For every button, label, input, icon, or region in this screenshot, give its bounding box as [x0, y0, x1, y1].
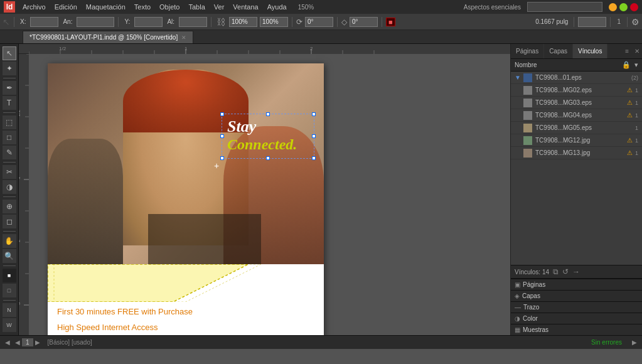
gradient-tool[interactable]: ◑: [3, 180, 16, 194]
menu-tabla[interactable]: Tabla: [185, 2, 208, 12]
links-chain-icon[interactable]: ↺: [562, 267, 569, 276]
links-column-header: Nombre 🔒 ▾: [511, 59, 642, 72]
page-next-button[interactable]: ▶: [35, 339, 40, 346]
maximize-button[interactable]: [619, 3, 628, 11]
links-filter-icon[interactable]: ▾: [634, 61, 638, 69]
preview-mode[interactable]: W: [3, 318, 16, 332]
links-arrow-icon[interactable]: →: [572, 267, 580, 276]
menu-archivo[interactable]: Archivo: [19, 2, 50, 12]
tab-vinculos[interactable]: Vínculos: [573, 44, 607, 58]
page-prev-button[interactable]: ◀: [15, 339, 20, 346]
height-input[interactable]: 0.57 pulg: [179, 17, 207, 27]
hand-tool[interactable]: ✋: [3, 234, 16, 248]
panel-expand-icon[interactable]: ✕: [632, 44, 642, 58]
tab-bar: *TC9990801-LAYOUT-PI1.indd @ 150% [Conve…: [0, 30, 642, 44]
links-footer: Vínculos: 14 ⧉ ↺ →: [511, 265, 642, 278]
rpanel-trazo-header[interactable]: — Trazo: [511, 302, 642, 313]
menu-texto[interactable]: Texto: [131, 2, 154, 12]
pencil-tool[interactable]: ✎: [3, 146, 16, 159]
chain-icon: ⛓: [217, 17, 225, 27]
link-row-6[interactable]: TC9908...MG13.jpg ⚠ 1: [511, 147, 642, 159]
connected-text: Connected.: [227, 136, 309, 153]
status-icon-right: ▶: [632, 339, 637, 346]
muestras-label: Muestras: [523, 326, 548, 333]
measure-tool[interactable]: ◻: [3, 215, 16, 228]
minimize-button[interactable]: [609, 3, 617, 11]
workspace-label[interactable]: Aspectos esenciales: [464, 4, 526, 11]
scale-x-input[interactable]: [229, 17, 257, 27]
link-num-2: 1: [635, 100, 638, 106]
panel-tabs-row: Páginas Capas Vínculos ≡ ✕: [511, 44, 642, 59]
menu-edicion[interactable]: Edición: [51, 2, 81, 12]
link-name-0: TC9908...01.eps: [535, 74, 629, 81]
y-input[interactable]: 0.66 pulg: [134, 17, 163, 27]
panel-menu-icon[interactable]: ≡: [622, 44, 632, 58]
link-num-4: 1: [635, 125, 638, 131]
select-tool[interactable]: ↖: [3, 46, 16, 60]
shear-icon: ◇: [341, 18, 347, 26]
scissors-tool[interactable]: ✂: [3, 165, 16, 179]
eyedropper-tool[interactable]: ⊕: [3, 200, 16, 213]
rectangle-tool[interactable]: □: [3, 131, 16, 144]
page-navigation: ◀ 1 ▶: [15, 338, 40, 346]
stroke-input[interactable]: 1: [578, 17, 606, 27]
rotate-icon: ⟳: [296, 18, 302, 26]
menu-ver[interactable]: Ver: [210, 2, 228, 12]
page-number-input[interactable]: 1: [22, 338, 33, 346]
pen-tool[interactable]: ✒: [3, 81, 16, 95]
color-icon: ◑: [515, 315, 520, 322]
link-row-5[interactable]: TC9908...MG12.jpg ⚠ 1: [511, 134, 642, 147]
rpanel-capas-header[interactable]: ◈ Capas: [511, 291, 642, 302]
tab-paginas[interactable]: Páginas: [511, 44, 544, 58]
direct-select-tool[interactable]: ✦: [3, 62, 16, 75]
tab-capas[interactable]: Capas: [544, 44, 573, 58]
right-panel-area: Páginas Capas Vínculos ≡ ✕ Nombre 🔒 ▾ ▼ …: [510, 44, 642, 335]
menu-ayuda[interactable]: Ayuda: [264, 2, 291, 12]
zoom-tool[interactable]: 🔍: [3, 249, 16, 263]
rpanel-muestras-header[interactable]: ▦ Muestras: [511, 324, 642, 335]
width-input[interactable]: 1.114 pulg: [77, 17, 114, 27]
stroke-color[interactable]: □: [3, 284, 16, 297]
menu-bar: Id Archivo Edición Maquetación Texto Obj…: [0, 0, 642, 14]
rpanel-paginas-header[interactable]: ▣ Páginas: [511, 279, 642, 291]
link-warn-1: ⚠: [627, 87, 633, 94]
ruler-vertical: 1/2 1 2 3: [19, 54, 29, 335]
menu-maquetacion[interactable]: Maquetación: [82, 2, 129, 12]
frame-tool[interactable]: ⬚: [3, 115, 16, 129]
tab-close-button[interactable]: ✕: [181, 35, 186, 41]
canvas-area: 1/2 1 2 1/2 1 2 3: [19, 44, 510, 335]
type-tool[interactable]: T: [3, 96, 16, 110]
link-warn-3: ⚠: [627, 112, 633, 119]
trazo-icon: —: [515, 304, 521, 311]
links-sort-icon[interactable]: 🔒: [622, 61, 631, 69]
link-name-1: TC9908...MG02.eps: [535, 87, 625, 94]
link-row-0[interactable]: ▼ TC9908...01.eps (2): [511, 72, 642, 84]
window-controls: [609, 3, 638, 11]
settings-icon[interactable]: ⚙: [631, 17, 639, 27]
link-thumb-6: [523, 149, 532, 158]
rpanel-color-header[interactable]: ◑ Color: [511, 313, 642, 324]
shear-input[interactable]: [350, 17, 378, 27]
text-line-1: First 30 minutes FREE with Purchase: [57, 307, 314, 316]
scale-y-input[interactable]: [260, 17, 288, 27]
rotation-input[interactable]: [305, 17, 333, 27]
menu-objeto[interactable]: Objeto: [156, 2, 183, 12]
links-refresh-icon[interactable]: ⧉: [553, 267, 559, 276]
document-text-section: First 30 minutes FREE with Purchase High…: [48, 302, 324, 335]
search-input[interactable]: [527, 2, 602, 12]
left-tools-panel: ↖ ✦ ✒ T ⬚ □ ✎ ✂ ◑ ⊕ ◻ ✋ 🔍 ■ □ N W: [0, 44, 19, 335]
link-row-1[interactable]: TC9908...MG02.eps ⚠ 1: [511, 84, 642, 97]
link-row-4[interactable]: TC9908...MG05.eps 1: [511, 122, 642, 134]
close-button[interactable]: [630, 3, 638, 11]
x-label: X:: [18, 18, 28, 25]
link-row-2[interactable]: TC9908...MG03.eps ⚠ 1: [511, 97, 642, 109]
document-tab[interactable]: *TC9990801-LAYOUT-PI1.indd @ 150% [Conve…: [23, 31, 193, 43]
link-row-3[interactable]: TC9908...MG04.eps ⚠ 1: [511, 109, 642, 122]
link-num-3: 1: [635, 112, 638, 119]
x-input[interactable]: 2.28 pulg: [30, 17, 58, 27]
fill-color[interactable]: ■: [3, 269, 16, 282]
stay-connected-textbox[interactable]: Stay Connected.: [222, 114, 314, 159]
normal-mode[interactable]: N: [3, 303, 16, 317]
tab-title: *TC9990801-LAYOUT-PI1.indd @ 150% [Conve…: [29, 34, 178, 41]
menu-ventana[interactable]: Ventana: [229, 2, 262, 12]
